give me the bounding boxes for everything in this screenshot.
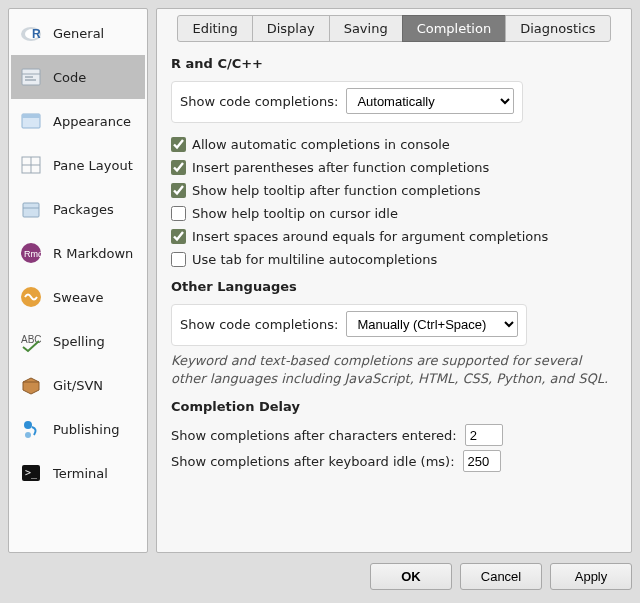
cancel-button[interactable]: Cancel (460, 563, 542, 590)
check-label: Use tab for multiline autocompletions (192, 252, 437, 267)
git-svn-icon (19, 373, 43, 397)
tab-saving[interactable]: Saving (329, 15, 403, 42)
sidebar-item-code[interactable]: Code (11, 55, 145, 99)
other-languages-note: Keyword and text-based completions are s… (171, 352, 617, 387)
sidebar-item-label: Pane Layout (53, 158, 133, 173)
svg-text:ABC: ABC (21, 334, 42, 345)
delay-chars-label: Show completions after characters entere… (171, 428, 457, 443)
check-label: Allow automatic completions in console (192, 137, 450, 152)
sidebar-item-label: R Markdown (53, 246, 133, 261)
check-help-tooltip-fn[interactable] (171, 183, 186, 198)
terminal-icon: >_ (19, 461, 43, 485)
svg-rect-12 (23, 203, 39, 217)
check-auto-console[interactable] (171, 137, 186, 152)
tab-completion[interactable]: Completion (402, 15, 506, 42)
tab-bar: Editing Display Saving Completion Diagno… (171, 15, 617, 42)
show-completions-r-group: Show code completions: Automatically (171, 81, 523, 123)
section-title-other: Other Languages (171, 279, 617, 294)
dialog-button-bar: OK Cancel Apply (8, 563, 632, 590)
svg-text:>_: >_ (25, 467, 38, 479)
svg-rect-8 (22, 114, 40, 118)
delay-chars-input[interactable] (465, 424, 503, 446)
check-help-tooltip-idle[interactable] (171, 206, 186, 221)
sidebar-item-label: Terminal (53, 466, 108, 481)
spelling-icon: ABC (19, 329, 43, 353)
main-panel: Editing Display Saving Completion Diagno… (156, 8, 632, 553)
check-label: Show help tooltip after function complet… (192, 183, 481, 198)
svg-point-20 (25, 432, 31, 438)
delay-idle-label: Show completions after keyboard idle (ms… (171, 454, 455, 469)
sidebar-item-terminal[interactable]: >_ Terminal (11, 451, 145, 495)
sidebar-item-spelling[interactable]: ABC Spelling (11, 319, 145, 363)
packages-icon (19, 197, 43, 221)
check-label: Show help tooltip on cursor idle (192, 206, 398, 221)
show-completions-other-label: Show code completions: (180, 317, 338, 332)
sidebar-item-appearance[interactable]: Appearance (11, 99, 145, 143)
check-spaces-equals[interactable] (171, 229, 186, 244)
sidebar-item-label: Spelling (53, 334, 105, 349)
section-title-delay: Completion Delay (171, 399, 617, 414)
pane-layout-icon (19, 153, 43, 177)
sidebar-item-general[interactable]: R General (11, 11, 145, 55)
tab-display[interactable]: Display (252, 15, 330, 42)
apply-button[interactable]: Apply (550, 563, 632, 590)
sidebar-item-label: Publishing (53, 422, 119, 437)
sidebar-item-sweave[interactable]: Sweave (11, 275, 145, 319)
sidebar-item-rmarkdown[interactable]: Rmd R Markdown (11, 231, 145, 275)
r-logo-icon: R (19, 21, 43, 45)
rmarkdown-icon: Rmd (19, 241, 43, 265)
svg-text:R: R (32, 27, 41, 41)
tab-diagnostics[interactable]: Diagnostics (505, 15, 610, 42)
sidebar: R General Code Appearance Pane Layout (8, 8, 148, 553)
sidebar-item-label: Code (53, 70, 86, 85)
sidebar-item-publishing[interactable]: Publishing (11, 407, 145, 451)
show-completions-other-group: Show code completions: Manually (Ctrl+Sp… (171, 304, 527, 346)
publishing-icon (19, 417, 43, 441)
code-icon (19, 65, 43, 89)
show-completions-r-select[interactable]: Automatically (346, 88, 514, 114)
sidebar-item-git-svn[interactable]: Git/SVN (11, 363, 145, 407)
appearance-icon (19, 109, 43, 133)
sidebar-item-label: Packages (53, 202, 114, 217)
tab-editing[interactable]: Editing (177, 15, 252, 42)
check-label: Insert parentheses after function comple… (192, 160, 489, 175)
sidebar-item-pane-layout[interactable]: Pane Layout (11, 143, 145, 187)
sidebar-item-label: Git/SVN (53, 378, 103, 393)
ok-button[interactable]: OK (370, 563, 452, 590)
check-insert-parens[interactable] (171, 160, 186, 175)
sweave-icon (19, 285, 43, 309)
section-title-r-cpp: R and C/C++ (171, 56, 617, 71)
check-label: Insert spaces around equals for argument… (192, 229, 548, 244)
sidebar-item-label: Sweave (53, 290, 104, 305)
sidebar-item-label: General (53, 26, 104, 41)
sidebar-item-label: Appearance (53, 114, 131, 129)
svg-text:Rmd: Rmd (24, 249, 43, 259)
svg-point-19 (24, 421, 32, 429)
check-tab-multiline[interactable] (171, 252, 186, 267)
show-completions-r-label: Show code completions: (180, 94, 338, 109)
show-completions-other-select[interactable]: Manually (Ctrl+Space) (346, 311, 518, 337)
delay-idle-input[interactable] (463, 450, 501, 472)
sidebar-item-packages[interactable]: Packages (11, 187, 145, 231)
options-dialog: R General Code Appearance Pane Layout (8, 8, 632, 553)
